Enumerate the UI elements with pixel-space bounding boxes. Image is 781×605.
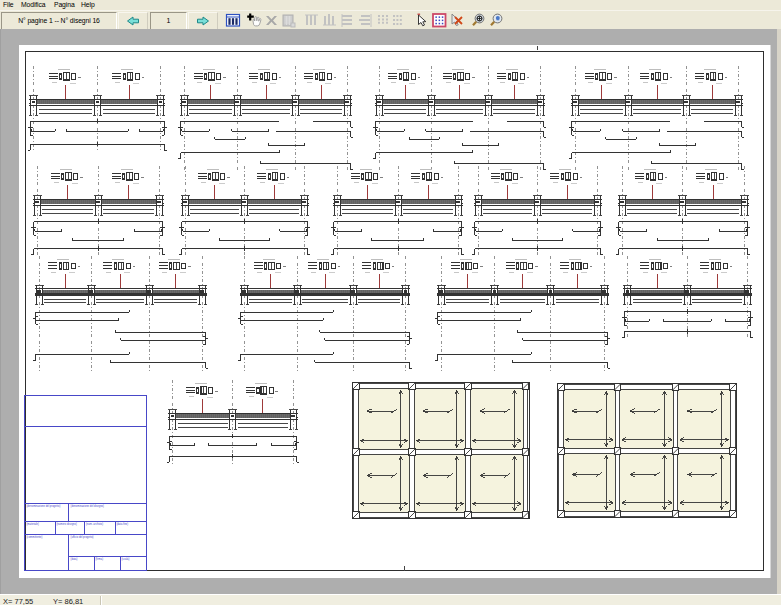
svg-text:(scala): (scala) <box>122 557 130 561</box>
svg-text:(numero disegno): (numero disegno) <box>57 522 77 526</box>
svg-text:(denominazione del disegno): (denominazione del disegno) <box>71 504 104 508</box>
svg-text:(data): (data) <box>71 557 78 561</box>
svg-text:(committente): (committente) <box>27 535 43 539</box>
svg-text:(num. archivio): (num. archivio) <box>86 522 103 526</box>
svg-text:(firma): (firma) <box>96 557 104 561</box>
svg-text:(ufficio del progetto): (ufficio del progetto) <box>71 535 94 539</box>
svg-text:(data fine): (data fine) <box>117 522 129 526</box>
svg-text:(materiale): (materiale) <box>27 522 40 526</box>
svg-text:(denominazione del progetto): (denominazione del progetto) <box>27 504 61 508</box>
